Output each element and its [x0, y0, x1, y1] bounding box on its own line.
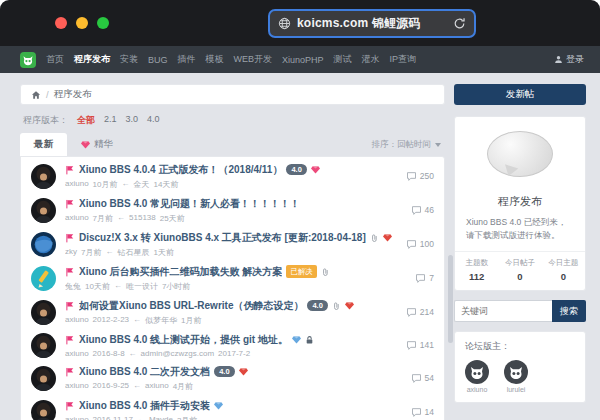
search-input[interactable]: [454, 300, 552, 322]
flag-icon: [65, 301, 75, 311]
moderators-list: axiunolurulei: [465, 360, 575, 393]
thread-row[interactable]: Xiuno BBS 4.0 插件手动安装 axiuno2016-11-17←Ma…: [21, 395, 444, 420]
stat-item: 今日主题0: [542, 258, 585, 282]
reply-count[interactable]: 214: [406, 307, 434, 317]
thread-title-link[interactable]: Xiuno 后台购买插件二维码加载失败 解决方案: [79, 265, 282, 279]
paperclip-icon: [321, 267, 330, 277]
nav-item[interactable]: 程序发布: [74, 53, 110, 66]
thread-row[interactable]: Xiuno BBS 4.0 常见问题！新人必看！！！！！！ axiuno7月前←…: [21, 193, 444, 227]
version-filter-option[interactable]: 3.0: [126, 114, 139, 127]
avatar[interactable]: [31, 198, 56, 223]
stat-item: 今日帖子0: [498, 258, 541, 282]
refresh-button[interactable]: [453, 17, 466, 30]
scrollbar-thumb[interactable]: [448, 255, 453, 343]
zoom-window-button[interactable]: [97, 17, 109, 29]
sidebar: 发新帖 程序发布 Xiuno BBS 4.0 已经到来，请下载测试版进行体验。 …: [454, 73, 586, 420]
avatar[interactable]: [31, 366, 56, 391]
thread-meta: axiuno2016-9-25←axiuno4月前: [65, 381, 411, 392]
tab-latest[interactable]: 最新: [20, 133, 67, 156]
new-post-button[interactable]: 发新帖: [454, 84, 586, 105]
thread-title-link[interactable]: Xiuno BBS 4.0 常见问题！新人必看！！！！！！: [79, 197, 300, 211]
flag-icon: [65, 233, 75, 243]
thread-row[interactable]: Discuz!X 3.x 转 XiunoBBS 4.x 工具正式发布 [更新:2…: [21, 227, 444, 261]
nav-item[interactable]: 灌水: [362, 53, 380, 66]
page-body: / 程序发布 程序版本： 全部2.13.04.0 最新 精华: [0, 73, 600, 420]
flag-icon: [65, 401, 75, 411]
comment-icon: [411, 373, 422, 383]
comment-icon: [406, 239, 417, 249]
search-button[interactable]: 搜索: [552, 300, 586, 322]
nav-item[interactable]: 安装: [120, 53, 138, 66]
gem-blue-icon: [214, 401, 223, 410]
thread-row[interactable]: Xiuno BBS 4.0 线上测试开始，提供 git 地址。 axiuno20…: [21, 329, 444, 361]
thread-title-link[interactable]: Xiuno BBS 4.0 插件手动安装: [79, 399, 210, 413]
thread-title-link[interactable]: Xiuno BBS 4.0 二次开发文档: [79, 365, 210, 379]
forum-title: 程序发布: [465, 194, 575, 209]
nav-item[interactable]: 模板: [206, 53, 224, 66]
nav-item[interactable]: 测试: [334, 53, 352, 66]
nav-item[interactable]: BUG: [148, 55, 168, 65]
thread-row[interactable]: 如何设置Xiuno BBS URL-Rewrite（伪静态设定） 4.0 axi…: [21, 295, 444, 329]
reply-count[interactable]: 100: [406, 239, 434, 249]
moderator-item[interactable]: axiuno: [465, 360, 489, 393]
reply-count[interactable]: 7: [415, 273, 434, 283]
thread-row[interactable]: Xiuno BBS 4.0.4 正式版发布！（2018/4/11） 4.0 ax…: [21, 159, 444, 193]
reply-count[interactable]: 14: [411, 407, 434, 417]
flag-icon: [65, 367, 75, 377]
gem-blue-icon: [292, 335, 301, 344]
version-filter-option[interactable]: 4.0: [147, 114, 160, 127]
avatar[interactable]: [31, 164, 56, 189]
reply-count[interactable]: 54: [411, 373, 434, 383]
comment-icon: [406, 340, 417, 350]
nav-item[interactable]: IP查询: [390, 53, 417, 66]
url-text[interactable]: koicms.com 锦鲤源码: [297, 15, 421, 32]
url-bar[interactable]: koicms.com 锦鲤源码: [268, 9, 476, 38]
paperclip-icon: [370, 233, 379, 243]
browser-window: koicms.com 锦鲤源码 首页程序发布安装BUG插件模板WEB开发Xiun…: [0, 0, 600, 420]
version-filter-option[interactable]: 全部: [77, 114, 95, 127]
avatar[interactable]: [31, 300, 56, 325]
gem-red-icon: [383, 233, 392, 242]
minimize-window-button[interactable]: [76, 17, 88, 29]
thread-meta: 兔兔10天前←唯一设计7小时前: [65, 281, 415, 292]
moderator-avatar[interactable]: [465, 360, 489, 384]
thread-row[interactable]: Xiuno 后台购买插件二维码加载失败 解决方案 已解决 兔兔10天前←唯一设计…: [21, 261, 444, 295]
avatar[interactable]: [31, 333, 56, 358]
flag-icon: [65, 165, 75, 175]
home-icon[interactable]: [31, 90, 41, 100]
version-filter: 程序版本： 全部2.13.04.0: [23, 114, 442, 127]
version-filter-label: 程序版本：: [23, 114, 68, 127]
nav-item[interactable]: 插件: [178, 53, 196, 66]
flag-icon: [65, 335, 75, 345]
version-filter-option[interactable]: 2.1: [104, 114, 117, 127]
thread-meta: axiuno2016-11-17←Mayde3月前: [65, 415, 411, 420]
lock-icon: [305, 335, 314, 345]
reply-count[interactable]: 141: [406, 340, 434, 350]
tab-digest[interactable]: 精华: [67, 133, 127, 156]
sort-dropdown[interactable]: 排序：回帖时间: [372, 139, 446, 156]
login-button[interactable]: 登录: [554, 53, 584, 66]
moderator-avatar[interactable]: [504, 360, 528, 384]
avatar[interactable]: [31, 266, 56, 291]
thread-title-link[interactable]: 如何设置Xiuno BBS URL-Rewrite（伪静态设定）: [79, 299, 303, 313]
nav-item[interactable]: 首页: [46, 53, 64, 66]
thread-title-link[interactable]: Discuz!X 3.x 转 XiunoBBS 4.x 工具正式发布 [更新:2…: [79, 231, 366, 245]
globe-icon: [278, 17, 291, 30]
browser-chrome: koicms.com 锦鲤源码: [0, 0, 600, 46]
thread-title-link[interactable]: Xiuno BBS 4.0.4 正式版发布！（2018/4/11）: [79, 163, 282, 177]
close-window-button[interactable]: [55, 17, 67, 29]
login-label: 登录: [566, 53, 584, 66]
reply-count[interactable]: 46: [411, 205, 434, 215]
digest-gem-icon: [81, 140, 90, 149]
comment-icon: [406, 171, 417, 181]
moderator-item[interactable]: lurulei: [504, 360, 528, 393]
thread-row[interactable]: Xiuno BBS 4.0 二次开发文档 4.0 axiuno2016-9-25…: [21, 361, 444, 395]
avatar[interactable]: [31, 400, 56, 420]
nav-item[interactable]: XiunoPHP: [282, 55, 324, 65]
thread-title-link[interactable]: Xiuno BBS 4.0 线上测试开始，提供 git 地址。: [79, 333, 288, 347]
nav-item[interactable]: WEB开发: [234, 53, 273, 66]
breadcrumb-current: 程序发布: [54, 88, 92, 101]
avatar[interactable]: [31, 232, 56, 257]
site-logo-icon[interactable]: [20, 52, 36, 68]
reply-count[interactable]: 250: [406, 171, 434, 181]
